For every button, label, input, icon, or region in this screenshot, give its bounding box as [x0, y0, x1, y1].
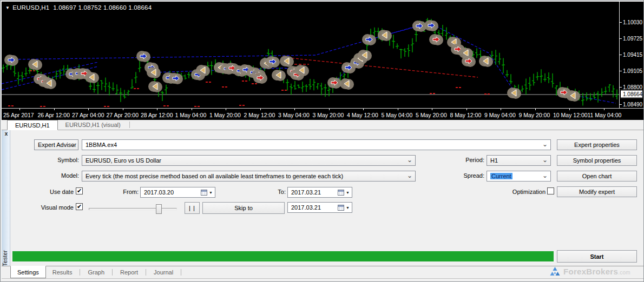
visual-mode-checkbox[interactable]: ✔ — [76, 203, 83, 210]
time-tick-label: 5 May 20:00 — [416, 112, 447, 118]
tester-tab-report[interactable]: Report — [114, 266, 144, 278]
calendar-icon[interactable] — [338, 205, 344, 211]
watermark-text: ForexBrokers.com — [563, 267, 630, 276]
spread-select[interactable]: Current⌄ — [487, 171, 551, 182]
chevron-down-icon: ⌄ — [70, 140, 75, 148]
time-tick-label: 8 May 12:00 — [450, 112, 482, 118]
chevron-down-icon: ⌄ — [542, 172, 548, 179]
close-tester-button[interactable]: x — [3, 131, 9, 137]
modify-expert-button[interactable]: Modify expert — [557, 186, 637, 197]
price-tick — [620, 55, 622, 55]
time-tick-label: 28 Apr 12:00 — [141, 112, 173, 118]
use-date-checkbox[interactable]: ✔ — [76, 187, 83, 194]
skip-to-date-field[interactable]: 2017.03.21 ▼ — [287, 202, 352, 213]
expert-file-select[interactable]: 1BBMA.ex4⌄ — [82, 139, 551, 150]
tab-separator — [80, 269, 80, 276]
time-tick-label: 3 May 04:00 — [278, 112, 310, 118]
slider-track[interactable] — [89, 208, 177, 210]
price-tick — [620, 71, 622, 71]
time-tick-label: 3 May 20:00 — [313, 112, 344, 118]
from-date-value: 2017.03.20 — [144, 189, 201, 196]
price-tick-label: 1.08490 — [623, 102, 642, 108]
tester-tab-graph[interactable]: Graph — [81, 266, 111, 278]
chevron-down-icon: ⌄ — [542, 156, 548, 164]
time-tick — [123, 109, 123, 110]
time-tick — [88, 109, 89, 110]
tester-tab-settings[interactable]: Settings — [10, 266, 46, 278]
period-label: Period: — [450, 157, 484, 163]
date-dropdown-icon[interactable]: ▼ — [346, 206, 350, 210]
price-chart-area[interactable]: ▼EURUSD,H1 1.08697 1.08752 1.08660 1.086… — [2, 2, 643, 120]
expert-file-value: 1BBMA.ex4 — [86, 142, 117, 148]
time-tick-label: 2 May 12:00 — [244, 112, 275, 118]
time-tick — [19, 109, 20, 110]
tester-tab-journal[interactable]: Journal — [147, 266, 180, 278]
time-tick — [260, 109, 261, 110]
time-tick-label: 27 Apr 20:00 — [107, 112, 139, 118]
time-tick-label: 11 May 04:00 — [588, 112, 622, 118]
tester-panel-title: Tester — [2, 250, 10, 267]
from-date-field[interactable]: 2017.03.20 ▼ — [140, 187, 215, 198]
tab-separator — [181, 269, 181, 276]
date-dropdown-icon[interactable]: ▼ — [346, 191, 350, 194]
time-tick-label: 10 May 12:00 — [553, 112, 588, 118]
symbol-value: EURUSD, Euro vs US Dollar — [86, 157, 161, 164]
forexbrokers-logo-icon — [550, 267, 560, 276]
price-tick — [620, 22, 622, 23]
candlestick-chart[interactable] — [2, 2, 619, 108]
to-date-field[interactable]: 2017.03.21 ▼ — [287, 187, 352, 198]
expert-type-select[interactable]: Expert Advisor⌄ — [34, 139, 78, 150]
chevron-down-icon: ⌄ — [407, 172, 412, 179]
chart-symbol-period: EURUSD,H1 — [12, 4, 49, 11]
time-tick-label: 5 May 04:00 — [382, 112, 413, 118]
chart-dropdown-icon[interactable]: ▼ — [5, 5, 10, 10]
tab-separator — [129, 122, 130, 128]
period-select[interactable]: H1⌄ — [487, 155, 551, 166]
current-price-label: 1.08664 — [620, 90, 643, 98]
pause-button[interactable]: | | — [185, 202, 200, 214]
calendar-icon[interactable] — [338, 190, 344, 196]
start-button[interactable]: Start — [557, 250, 637, 263]
tester-tab-results[interactable]: Results — [46, 266, 79, 278]
chevron-down-icon: ⌄ — [407, 156, 412, 164]
price-axis[interactable]: 1.100301.097251.094151.091051.088001.084… — [619, 2, 643, 108]
visual-speed-slider[interactable] — [89, 204, 177, 214]
time-tick-label: 4 May 12:00 — [347, 112, 378, 118]
price-tick-label: 1.10030 — [623, 19, 642, 25]
slider-thumb[interactable] — [156, 204, 162, 214]
open-chart-button[interactable]: Open chart — [557, 171, 637, 182]
price-tick — [620, 87, 622, 88]
time-tick — [294, 109, 295, 110]
use-date-label: Use date — [23, 189, 74, 195]
time-tick-label: 25 Apr 2017 — [3, 112, 34, 118]
chart-tab-eurusd-h1[interactable]: EURUSD,H1 — [7, 120, 58, 130]
time-tick — [432, 109, 432, 110]
skip-to-button[interactable]: Skip to — [202, 202, 285, 214]
calendar-icon[interactable] — [201, 190, 207, 196]
watermark: ForexBrokers.com — [550, 267, 630, 276]
time-tick-label: 1 May 04:00 — [175, 112, 207, 118]
time-tick — [569, 109, 570, 110]
expert-properties-button[interactable]: Expert properties — [557, 139, 637, 150]
chart-tab-eurusd-h1-visual-[interactable]: EURUSD,H1 (visual) — [58, 120, 128, 130]
price-tick-label: 1.09725 — [623, 36, 642, 42]
from-label: From: — [102, 189, 139, 195]
chevron-down-icon: ⌄ — [542, 140, 548, 148]
symbol-properties-button[interactable]: Symbol properties — [557, 155, 637, 166]
skip-to-date-value: 2017.03.21 — [291, 204, 338, 211]
test-progress-bar — [12, 251, 554, 261]
tester-tab-bar: SettingsResultsGraphReportJournal — [2, 266, 643, 278]
time-tick — [604, 109, 604, 110]
symbol-select[interactable]: EURUSD, Euro vs US Dollar⌄ — [82, 155, 416, 166]
chart-ohlc-values: 1.08697 1.08752 1.08660 1.08664 — [53, 4, 152, 11]
time-tick — [363, 109, 364, 110]
spread-value: Current — [490, 173, 512, 179]
spread-label: Spread: — [450, 172, 484, 179]
optimization-checkbox[interactable] — [547, 187, 554, 194]
model-select[interactable]: Every tick (the most precise method base… — [82, 171, 416, 182]
chart-title: ▼EURUSD,H1 1.08697 1.08752 1.08660 1.086… — [5, 4, 152, 11]
date-dropdown-icon[interactable]: ▼ — [209, 191, 213, 194]
time-tick-label: 9 May 04:00 — [484, 112, 516, 118]
time-tick — [501, 109, 501, 110]
time-axis[interactable]: 25 Apr 201726 Apr 12:0027 Apr 04:0027 Ap… — [2, 108, 643, 120]
